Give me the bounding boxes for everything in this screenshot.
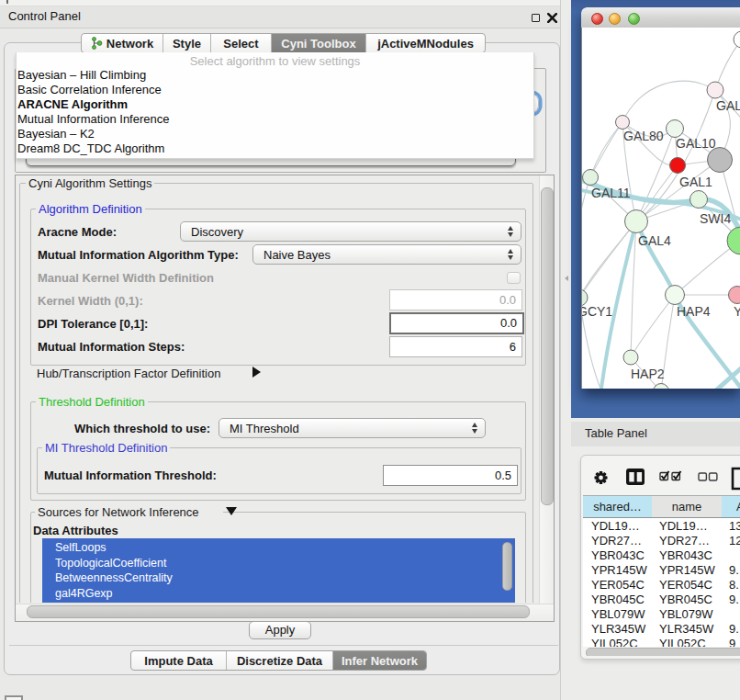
float-panel-icon[interactable] bbox=[532, 14, 540, 22]
algorithm-dropdown-popup: Select algorithm to view settings Bayesi… bbox=[16, 52, 534, 159]
tab-cyni-toolbox[interactable]: Cyni Toolbox bbox=[272, 34, 366, 52]
divider-collapse-icon[interactable] bbox=[565, 276, 568, 281]
cyni-settings-group-title: Cyni Algorithm Settings bbox=[26, 176, 154, 190]
table-cell[interactable]: YDR27… bbox=[591, 534, 656, 548]
network-node-y[interactable] bbox=[729, 287, 740, 304]
attribute-item[interactable]: BetweennessCentrality bbox=[55, 571, 173, 584]
table-cell[interactable]: 13 bbox=[729, 519, 740, 534]
network-canvas[interactable]: GAL7GAL80GAL10GAL1GAL11SWI4GAL4GCY1HAP4Y… bbox=[581, 28, 740, 389]
expand-arrow-icon[interactable] bbox=[252, 367, 261, 378]
algorithm-option[interactable]: ARACNE Algorithm bbox=[17, 97, 531, 112]
tab-select[interactable]: Select bbox=[211, 34, 272, 52]
network-node-label: GCY1 bbox=[582, 304, 612, 319]
network-edge[interactable] bbox=[582, 177, 590, 298]
bottom-tab-discretize-data[interactable]: Discretize Data bbox=[227, 651, 333, 670]
bottom-tab-impute-data[interactable]: Impute Data bbox=[131, 651, 227, 670]
network-node[interactable] bbox=[708, 148, 733, 173]
tab-jactivemnodules[interactable]: jActiveMNodules bbox=[366, 34, 485, 52]
network-node-gal10[interactable] bbox=[667, 120, 684, 138]
table-horizontal-scrollbar[interactable] bbox=[583, 647, 740, 656]
table-cell[interactable]: 9. bbox=[729, 622, 740, 637]
table-cell[interactable]: YPR145W bbox=[591, 563, 656, 578]
node-table[interactable]: shared…nameAv YDL19…YDL19…13YDR27…YDR27…… bbox=[583, 495, 740, 656]
minimize-window-icon[interactable] bbox=[609, 13, 621, 25]
algorithm-option[interactable]: Basic Correlation Inference bbox=[17, 83, 531, 97]
network-edge[interactable] bbox=[622, 81, 715, 122]
kernel-width-field[interactable]: 0.0 bbox=[389, 289, 522, 310]
table-cell[interactable]: 9. bbox=[729, 593, 740, 607]
vertical-scrollbar[interactable] bbox=[539, 175, 554, 604]
table-cell[interactable]: 8. bbox=[729, 578, 740, 593]
network-node[interactable] bbox=[734, 31, 740, 48]
table-cell[interactable]: YDR27… bbox=[659, 534, 723, 548]
which-threshold-combobox[interactable]: MI Threshold bbox=[219, 418, 486, 438]
table-cell[interactable]: YBL079W bbox=[591, 607, 656, 622]
table-cell[interactable]: YDL19… bbox=[659, 519, 723, 534]
table-cell[interactable]: YER054C bbox=[659, 578, 723, 593]
algorithm-option[interactable]: Mutual Information Inference bbox=[17, 112, 531, 127]
close-window-icon[interactable] bbox=[591, 13, 603, 25]
attribute-list-scrollbar[interactable] bbox=[502, 542, 512, 591]
vertical-scrollbar-thumb[interactable] bbox=[541, 187, 554, 505]
network-node[interactable] bbox=[727, 227, 740, 254]
network-window-titlebar[interactable] bbox=[581, 7, 740, 28]
table-header-av[interactable]: Av bbox=[722, 496, 740, 518]
attribute-item[interactable]: TopologicalCoefficient bbox=[55, 557, 166, 570]
network-node-hap2[interactable] bbox=[623, 350, 638, 365]
unchecked-pair-icon[interactable] bbox=[699, 473, 717, 480]
network-node-gal7[interactable] bbox=[707, 82, 723, 98]
network-node-gal1[interactable] bbox=[670, 158, 686, 174]
tab-network[interactable]: Network bbox=[82, 34, 163, 52]
mi-threshold-field[interactable]: 0.5 bbox=[383, 465, 518, 486]
network-edge[interactable] bbox=[590, 122, 622, 177]
algorithm-option[interactable]: Bayesian – K2 bbox=[17, 127, 531, 141]
table-cell[interactable]: YPR145W bbox=[659, 563, 723, 578]
close-panel-icon[interactable] bbox=[547, 13, 557, 23]
dpi-tolerance-field[interactable]: 0.0 bbox=[389, 312, 524, 334]
attribute-item[interactable]: gal4RGexp bbox=[55, 587, 113, 600]
tab-style[interactable]: Style bbox=[163, 34, 211, 52]
network-node-gal80[interactable] bbox=[616, 116, 630, 130]
network-node-gal4[interactable] bbox=[625, 210, 648, 233]
table-cell[interactable]: YBR045C bbox=[659, 593, 723, 607]
network-node-gal11[interactable] bbox=[583, 170, 599, 186]
table-cell[interactable]: 9. bbox=[729, 563, 740, 578]
aracne-mode-combobox[interactable]: Discovery bbox=[180, 221, 521, 242]
network-edge[interactable] bbox=[675, 243, 738, 295]
horizontal-scrollbar[interactable] bbox=[16, 604, 554, 621]
gear-icon[interactable] bbox=[595, 471, 608, 484]
checked-pair-icon[interactable] bbox=[660, 471, 681, 480]
minimized-panel-icon[interactable] bbox=[5, 695, 23, 700]
table-scrollbar-thumb[interactable] bbox=[586, 648, 740, 657]
table-cell[interactable]: YLR345W bbox=[591, 622, 656, 637]
horizontal-scrollbar-thumb[interactable] bbox=[27, 605, 530, 618]
zoom-window-icon[interactable] bbox=[628, 13, 640, 25]
document-icon[interactable] bbox=[733, 469, 740, 489]
table-cell[interactable]: YBR043C bbox=[591, 548, 656, 563]
table-header-shared[interactable]: shared… bbox=[583, 496, 653, 518]
data-attributes-list[interactable]: SelfLoopsTopologicalCoefficientBetweenne… bbox=[42, 538, 515, 603]
table-cell[interactable]: 12 bbox=[729, 534, 740, 548]
table-cell[interactable]: YER054C bbox=[591, 578, 656, 593]
table-header-name[interactable]: name bbox=[652, 496, 723, 518]
mi-steps-field[interactable]: 6 bbox=[389, 336, 522, 357]
table-cell[interactable]: YBR043C bbox=[659, 548, 723, 563]
attribute-item[interactable]: SelfLoops bbox=[55, 541, 107, 554]
network-edge[interactable] bbox=[631, 295, 675, 357]
algorithm-option[interactable]: Dream8 DC_TDC Algorithm bbox=[17, 141, 531, 156]
algorithm-option[interactable]: Bayesian – Hill Climbing bbox=[17, 68, 531, 83]
table-cell[interactable]: YLR345W bbox=[659, 622, 723, 637]
table-cell[interactable]: YBR045C bbox=[591, 593, 656, 607]
split-columns-icon[interactable] bbox=[626, 469, 645, 485]
mi-type-combobox[interactable]: Naive Bayes bbox=[252, 244, 521, 265]
network-node-hap4[interactable] bbox=[666, 286, 685, 305]
network-node[interactable] bbox=[654, 384, 669, 390]
bottom-tab-infer-network[interactable]: Infer Network bbox=[333, 651, 426, 670]
network-node-swi4[interactable] bbox=[690, 191, 708, 209]
table-cell[interactable]: YDL19… bbox=[591, 519, 656, 534]
hub-definition-label[interactable]: Hub/Transcription Factor Definition bbox=[37, 367, 220, 380]
apply-button[interactable]: Apply bbox=[249, 621, 311, 639]
table-cell[interactable]: YBL079W bbox=[659, 607, 723, 622]
collapse-arrow-icon[interactable] bbox=[226, 507, 237, 515]
manual-kernel-checkbox[interactable] bbox=[507, 272, 521, 284]
